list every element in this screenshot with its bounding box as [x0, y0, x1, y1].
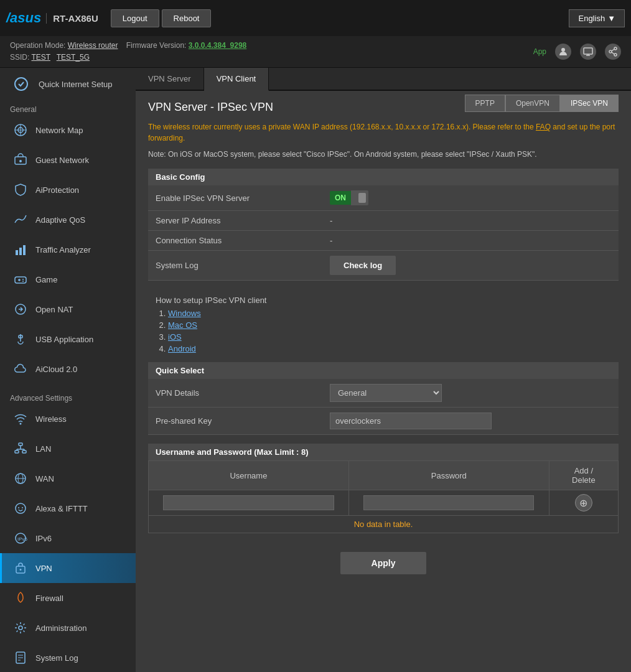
password-input[interactable] [363, 495, 534, 510]
add-user-button[interactable]: ⊕ [575, 494, 592, 511]
svg-rect-18 [23, 245, 26, 255]
check-log-button[interactable]: Check log [330, 256, 396, 275]
tabs-row: VPN Server VPN Client [136, 68, 631, 91]
preshared-key-input[interactable] [330, 413, 492, 429]
quick-select-header: Quick Select [148, 362, 619, 379]
sidebar-item-ipv6[interactable]: IPv6 IPv6 [0, 523, 136, 553]
sidebar-item-game[interactable]: Game [0, 264, 136, 294]
tab-vpn-client[interactable]: VPN Client [204, 68, 269, 91]
setup-links-section: How to setup IPSec VPN client Windows Ma… [148, 289, 619, 362]
vpn-details-row: VPN Details General Advanced [148, 379, 619, 408]
language-selector[interactable]: English ▼ [569, 9, 625, 27]
no-data-row: No data in table. [149, 516, 619, 533]
preshared-key-cell [322, 408, 619, 435]
svg-rect-28 [15, 450, 19, 453]
svg-point-5 [609, 50, 612, 53]
user-icon[interactable] [555, 44, 571, 60]
ipv6-icon: IPv6 [12, 530, 29, 547]
model-name: RT-AX86U [46, 13, 98, 24]
username-input[interactable] [163, 495, 334, 510]
sidebar-item-alexa[interactable]: Alexa & IFTTT [0, 493, 136, 523]
svg-rect-16 [16, 250, 18, 255]
vpn-details-cell: General Advanced [322, 379, 619, 408]
lan-label: LAN [35, 444, 51, 454]
svg-point-43 [20, 569, 22, 571]
sidebar-item-guest-network[interactable]: Guest Network [0, 145, 136, 175]
sidebar-item-aiprotection[interactable]: AiProtection [0, 175, 136, 205]
sidebar-item-lan[interactable]: LAN [0, 434, 136, 464]
wan-label: WAN [35, 474, 54, 483]
setup-link-windows: Windows [168, 309, 611, 318]
svg-point-22 [22, 279, 24, 280]
sidebar-item-open-nat[interactable]: Open NAT [0, 294, 136, 324]
apply-button[interactable]: Apply [340, 552, 427, 574]
macos-link[interactable]: Mac OS [168, 320, 197, 330]
aicloud-label: AiCloud 2.0 [35, 365, 77, 374]
title-row: PPTP OpenVPN IPSec VPN VPN Server - IPSe… [148, 101, 619, 121]
enable-ipsec-label: Enable IPSec VPN Server [148, 185, 322, 211]
ios-link[interactable]: iOS [168, 332, 182, 342]
reboot-button[interactable]: Reboot [162, 9, 212, 27]
sidebar-item-firewall[interactable]: Firewall [0, 583, 136, 613]
openvpn-button[interactable]: OpenVPN [505, 95, 560, 112]
operation-mode-value: Wireless router [68, 41, 118, 50]
android-link[interactable]: Android [168, 344, 196, 353]
adaptive-qos-label: Adaptive QoS [35, 215, 85, 225]
warning-text: The wireless router currently uses a pri… [148, 121, 619, 144]
logo: /asus RT-AX86U [6, 10, 98, 26]
header: /asus RT-AX86U Logout Reboot English ▼ [0, 0, 631, 36]
sidebar-item-vpn[interactable]: VPN [0, 553, 136, 583]
display-icon[interactable] [580, 44, 596, 60]
user-pass-table: Username Password Add / Delete [148, 460, 619, 533]
quick-setup-label: Quick Internet Setup [39, 80, 113, 89]
sidebar-item-usb-application[interactable]: USB Application [0, 324, 136, 354]
sidebar-item-quick-internet[interactable]: Quick Internet Setup [0, 68, 136, 100]
connection-status-value: - [322, 231, 619, 251]
sidebar-item-wireless[interactable]: Wireless [0, 404, 136, 434]
pptp-button[interactable]: PPTP [465, 95, 505, 112]
vpn-details-select[interactable]: General Advanced [330, 384, 442, 402]
wan-icon [12, 470, 29, 487]
server-ip-value: - [322, 211, 619, 231]
add-delete-col-header: Add / Delete [549, 461, 618, 490]
firmware-version: 3.0.0.4.384_9298 [189, 41, 246, 50]
ipsec-vpn-button[interactable]: IPSec VPN [560, 95, 619, 112]
system-log-row: System Log Check log [148, 251, 619, 281]
windows-link[interactable]: Windows [168, 309, 201, 318]
setup-list: Windows Mac OS iOS Android [168, 309, 611, 353]
basic-config-header: Basic Config [148, 169, 619, 185]
alexa-label: Alexa & IFTTT [35, 504, 88, 513]
lan-icon [12, 440, 29, 457]
toggle-off-button[interactable] [351, 190, 368, 205]
sidebar-item-traffic-analyzer[interactable]: Traffic Analyzer [0, 235, 136, 264]
sidebar-item-wan[interactable]: WAN [0, 464, 136, 493]
svg-line-7 [612, 49, 614, 51]
sidebar-item-adaptive-qos[interactable]: Adaptive QoS [0, 205, 136, 235]
administration-icon [12, 619, 29, 637]
sidebar-item-network-map[interactable]: Network Map [0, 115, 136, 145]
guest-network-label: Guest Network [35, 156, 89, 165]
share-icon[interactable] [605, 44, 621, 60]
sidebar-item-administration[interactable]: Administration [0, 613, 136, 643]
wireless-icon [12, 410, 29, 427]
sidebar-item-aicloud[interactable]: AiCloud 2.0 [0, 354, 136, 384]
firewall-label: Firewall [35, 594, 63, 603]
adaptive-qos-icon [12, 211, 29, 228]
network-map-label: Network Map [35, 126, 83, 135]
ssid1: TEST [31, 53, 50, 62]
server-ip-row: Server IP Address - [148, 211, 619, 231]
asus-logo-text: /asus [6, 10, 41, 26]
aiprotection-icon [12, 181, 29, 198]
logout-button[interactable]: Logout [111, 9, 159, 27]
toggle-on-button[interactable]: ON [330, 191, 351, 205]
svg-point-23 [22, 281, 24, 282]
setup-link-macos: Mac OS [168, 320, 611, 330]
tab-vpn-server[interactable]: VPN Server [136, 68, 204, 90]
user-pass-section: Username and Password (Max Limit : 8) Us… [148, 444, 619, 533]
faq-link[interactable]: FAQ [536, 123, 551, 131]
sidebar-item-system-log[interactable]: System Log [0, 643, 136, 672]
user-pass-header: Username and Password (Max Limit : 8) [148, 444, 619, 460]
preshared-key-label: Pre-shared Key [148, 408, 322, 435]
svg-point-4 [614, 47, 617, 50]
open-nat-label: Open NAT [35, 305, 73, 314]
